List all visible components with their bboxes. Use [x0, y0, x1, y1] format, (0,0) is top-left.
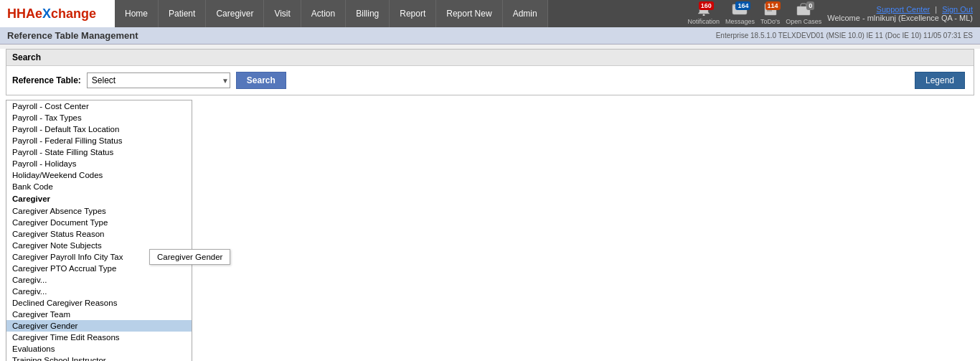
logo-hha: HHA — [7, 6, 35, 21]
search-panel-title: Search — [6, 50, 974, 66]
search-button[interactable]: Search — [236, 72, 286, 89]
tooltip-box: Caregiver Gender — [149, 249, 230, 265]
search-panel: Search Reference Table: Select ▼ Search … — [6, 49, 974, 95]
welcome-text: Welcome - mlnikunj (Excellence QA - ML) — [827, 14, 973, 22]
nav-billing[interactable]: Billing — [346, 0, 390, 27]
nav-home[interactable]: Home — [115, 0, 159, 27]
logo-change: change — [51, 6, 96, 21]
messages-label: Messages — [725, 18, 755, 25]
dropdown-list-item[interactable]: Caregiver Team — [6, 309, 192, 320]
dropdown-group-header: Caregiver — [6, 192, 192, 205]
dropdown-list-item[interactable]: Caregiver Gender — [6, 320, 192, 332]
nav-items: Home Patient Caregiver Visit Action Bill… — [115, 0, 548, 27]
dropdown-list-item[interactable]: Payroll - Holidays — [6, 158, 192, 169]
top-right: 160 Notification 164 Messages — [680, 0, 980, 27]
dropdown-list-item[interactable]: Payroll - State Filling Status — [6, 146, 192, 158]
svg-point-0 — [702, 14, 705, 16]
dropdown-list-item[interactable]: Evaluations — [6, 343, 192, 355]
messages-icon-group[interactable]: 164 Messages — [725, 3, 755, 25]
notification-icon-group[interactable]: 160 Notification — [687, 3, 720, 25]
nav-action[interactable]: Action — [301, 0, 346, 27]
support-center-link[interactable]: Support Center — [877, 5, 930, 14]
top-nav: HHAeXchange Home Patient Caregiver Visit… — [0, 0, 980, 27]
select-wrapper: Select ▼ — [87, 72, 230, 88]
env-info: Enterprise 18.5.1.0 TELXDEVD01 (MSIE 10.… — [716, 32, 973, 39]
dropdown-list-item[interactable]: Caregiver Absence Types — [6, 205, 192, 217]
open-cases-badge: 0 — [806, 1, 814, 10]
dropdown-list-item[interactable]: Payroll - Tax Types — [6, 112, 192, 123]
nav-admin[interactable]: Admin — [503, 0, 548, 27]
dropdown-list-item[interactable]: Holiday/Weekend Codes — [6, 169, 192, 181]
dropdown-list-item[interactable]: Payroll - Cost Center — [6, 100, 192, 112]
nav-caregiver[interactable]: Caregiver — [206, 0, 264, 27]
dropdown-list-item[interactable]: Caregiver Status Reason — [6, 228, 192, 240]
notification-badge: 160 — [699, 1, 714, 10]
dropdown-list-item[interactable]: Caregiv... — [6, 274, 192, 286]
page-title: Reference Table Management — [7, 30, 138, 41]
dropdown-list-item[interactable]: Training School Instructor — [6, 355, 192, 361]
dropdown-list-item[interactable]: Caregiver Document Type — [6, 217, 192, 228]
nav-report-new[interactable]: Report New — [436, 0, 502, 27]
search-row: Reference Table: Select ▼ Search Legend — [6, 66, 974, 95]
legend-button[interactable]: Legend — [915, 72, 965, 89]
nav-visit[interactable]: Visit — [264, 0, 301, 27]
todos-label: ToDo's — [760, 18, 780, 25]
todos-badge: 114 — [765, 1, 781, 10]
nav-report[interactable]: Report — [390, 0, 436, 27]
dropdown-list-container: Payroll - Cost CenterPayroll - Tax Types… — [6, 100, 974, 361]
logo-ex: e — [35, 6, 42, 21]
dropdown-list[interactable]: Payroll - Cost CenterPayroll - Tax Types… — [6, 100, 192, 361]
logo-exchange: X — [42, 6, 51, 21]
nav-patient[interactable]: Patient — [159, 0, 206, 27]
dropdown-list-item[interactable]: Payroll - Federal Filling Status — [6, 135, 192, 146]
open-cases-icon-group[interactable]: 0 Open Cases — [786, 3, 821, 25]
dropdown-list-item[interactable]: Caregiver Time Edit Reasons — [6, 332, 192, 343]
link-separator: | — [935, 5, 937, 14]
dropdown-list-item[interactable]: Declined Caregiver Reasons — [6, 297, 192, 309]
reference-table-select[interactable]: Select — [87, 72, 230, 88]
sign-out-link[interactable]: Sign Out — [942, 5, 973, 14]
dropdown-list-item[interactable]: Caregiv... — [6, 286, 192, 297]
main-content: Search Reference Table: Select ▼ Search … — [0, 49, 980, 361]
logo: HHAeXchange — [0, 0, 115, 27]
todos-icon-group[interactable]: 114 ToDo's — [760, 3, 780, 25]
messages-badge: 164 — [735, 1, 750, 10]
open-cases-label: Open Cases — [786, 18, 821, 25]
sub-header: Reference Table Management Enterprise 18… — [0, 27, 980, 44]
top-links: Support Center | Sign Out Welcome - mlni… — [827, 5, 973, 22]
dropdown-list-item[interactable]: Payroll - Default Tax Location — [6, 123, 192, 135]
ref-table-label: Reference Table: — [12, 75, 81, 85]
notification-label: Notification — [687, 18, 720, 25]
dropdown-list-item[interactable]: Bank Code — [6, 181, 192, 192]
search-row-inner: Reference Table: Select ▼ Search Legend — [12, 72, 968, 89]
